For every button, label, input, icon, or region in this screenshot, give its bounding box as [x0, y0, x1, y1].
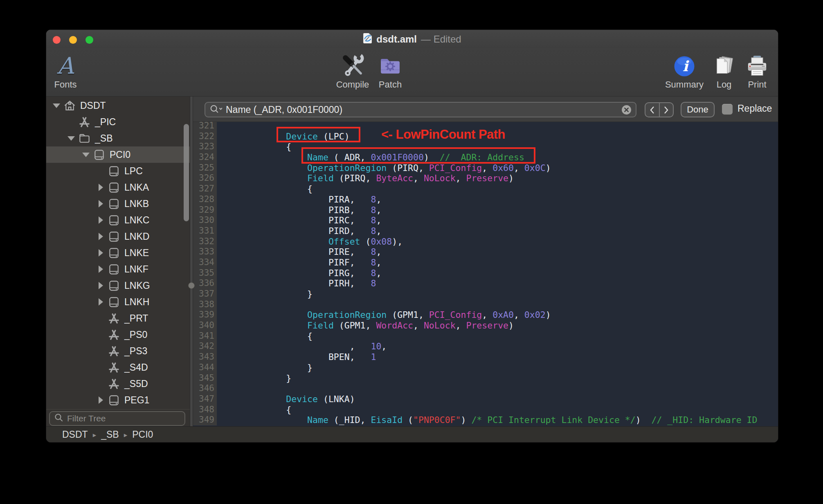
- code-line-341: {: [223, 331, 778, 342]
- code-editor[interactable]: 3213223233243253263273283293303313323333…: [193, 122, 778, 427]
- line-number: 344: [193, 362, 217, 373]
- code-line-342: , 10,: [223, 341, 778, 352]
- line-number: 335: [193, 268, 217, 279]
- tree-item-_s4d[interactable]: _S4D: [46, 359, 190, 376]
- document-icon: [363, 33, 372, 45]
- sidebar-scrollbar-thumb[interactable]: [184, 124, 189, 221]
- disclosure-closed-icon[interactable]: [95, 183, 106, 191]
- breadcrumb-dsdt[interactable]: DSDT: [62, 429, 88, 440]
- maciasl-window: dsdt.aml — Edited A Fonts: [46, 30, 778, 442]
- line-number: 328: [193, 194, 217, 205]
- annotation-box-name-adr: [301, 147, 535, 164]
- code-line-332: Offset (0x08),: [223, 236, 778, 247]
- tree-item-label: LNKD: [124, 231, 149, 242]
- device-icon: [107, 394, 121, 407]
- find-previous-button[interactable]: [645, 103, 660, 117]
- print-button[interactable]: Print: [733, 52, 778, 90]
- device-icon: [107, 181, 121, 194]
- tree-item-lnkc[interactable]: LNKC: [46, 212, 190, 228]
- find-nav-segmented: [645, 102, 674, 117]
- tree-item-label: PCI0: [110, 149, 130, 160]
- search-menu-icon[interactable]: [209, 104, 223, 116]
- disclosure-open-icon[interactable]: [66, 134, 76, 142]
- tree-item-_ps0[interactable]: _PS0: [46, 326, 190, 343]
- method-icon: [107, 377, 121, 390]
- code-line-327: {: [223, 184, 778, 194]
- disclosure-closed-icon[interactable]: [95, 232, 106, 241]
- line-number: 334: [193, 257, 217, 268]
- replace-label: Replace: [738, 103, 772, 114]
- tree-item-_prt[interactable]: _PRT: [46, 310, 190, 326]
- tree-item-lnkb[interactable]: LNKB: [46, 196, 190, 212]
- line-number: 345: [193, 373, 217, 384]
- replace-checkbox[interactable]: [722, 104, 733, 115]
- find-bar: Name (_ADR, 0x001F0000): [193, 97, 778, 122]
- find-input[interactable]: Name (_ADR, 0x001F0000): [205, 102, 636, 117]
- tree-item-label: _SB: [95, 133, 112, 144]
- tree-item-label: LPC: [124, 166, 143, 177]
- clear-search-icon[interactable]: [621, 105, 632, 115]
- device-icon: [107, 263, 121, 276]
- fonts-icon: A: [57, 52, 74, 78]
- splitter-handle-icon[interactable]: [188, 282, 195, 289]
- fonts-button[interactable]: A Fonts: [46, 52, 90, 90]
- status-bar: DSDT ▸ _SB ▸ PCI0: [46, 426, 778, 442]
- disclosure-open-icon[interactable]: [51, 101, 62, 110]
- disclosure-closed-icon[interactable]: [95, 396, 106, 404]
- line-number: 329: [193, 205, 217, 216]
- disclosure-closed-icon[interactable]: [95, 281, 106, 290]
- code-line-328: PIRA, 8,: [223, 194, 778, 205]
- method-icon: [107, 361, 121, 374]
- disclosure-closed-icon[interactable]: [95, 265, 106, 273]
- disclosure-closed-icon[interactable]: [95, 298, 106, 306]
- disclosure-closed-icon[interactable]: [95, 200, 106, 208]
- tree-item-lnkf[interactable]: LNKF: [46, 261, 190, 277]
- tree-item-lpc[interactable]: LPC: [46, 163, 190, 179]
- filter-tree-input[interactable]: Filter Tree: [49, 411, 185, 426]
- line-number: 341: [193, 331, 217, 342]
- tree-item-_ps3[interactable]: _PS3: [46, 343, 190, 359]
- tree-item-_sb[interactable]: _SB: [46, 130, 190, 146]
- window-title: dsdt.aml — Edited: [46, 30, 778, 48]
- code-line-345: }: [223, 373, 778, 384]
- tree-item-lnkg[interactable]: LNKG: [46, 277, 190, 294]
- tree-item-lnke[interactable]: LNKE: [46, 245, 190, 261]
- tree-item-peg1[interactable]: PEG1: [46, 392, 190, 408]
- line-number: 330: [193, 215, 217, 226]
- compile-tools-icon: [340, 52, 365, 78]
- editor-pane: Name (_ADR, 0x001F0000): [193, 97, 778, 427]
- device-icon: [107, 214, 121, 227]
- tree-item-pci0[interactable]: PCI0: [46, 146, 190, 163]
- tree-item-label: _PS3: [124, 346, 147, 357]
- pane-splitter[interactable]: [190, 97, 193, 427]
- find-next-button[interactable]: [660, 103, 673, 117]
- breadcrumb-sb[interactable]: _SB: [101, 429, 119, 440]
- done-button[interactable]: Done: [681, 102, 715, 117]
- acpi-tree: DSDT_PIC_SBPCI0LPCLNKALNKBLNKCLNKDLNKELN…: [46, 97, 190, 408]
- code-line-330: PIRC, 8,: [223, 215, 778, 226]
- tree-item-lnkh[interactable]: LNKH: [46, 294, 190, 310]
- tree-item-dsdt[interactable]: DSDT: [46, 97, 190, 114]
- tree-item-lnka[interactable]: LNKA: [46, 179, 190, 196]
- code-line-325: OperationRegion (PIRQ, PCI_Config, 0x60,…: [223, 163, 778, 173]
- disclosure-open-icon[interactable]: [81, 151, 91, 159]
- document-title: dsdt.aml: [376, 34, 417, 45]
- code-line-337: }: [223, 289, 778, 299]
- title-bar[interactable]: dsdt.aml — Edited: [46, 30, 778, 48]
- disclosure-closed-icon[interactable]: [95, 249, 106, 257]
- device-icon: [107, 246, 121, 259]
- tree-item-_s5d[interactable]: _S5D: [46, 376, 190, 392]
- breadcrumb-pci0[interactable]: PCI0: [132, 429, 153, 440]
- method-icon: [107, 312, 121, 325]
- code-line-334: PIRF, 8,: [223, 257, 778, 268]
- patch-button[interactable]: Patch: [366, 52, 415, 90]
- disclosure-closed-icon[interactable]: [95, 216, 106, 224]
- folder-icon: [77, 132, 91, 145]
- find-query-text: Name (_ADR, 0x001F0000): [226, 104, 621, 115]
- tree-item-label: _PIC: [95, 117, 116, 128]
- search-icon: [54, 413, 64, 424]
- breadcrumb-separator-icon: ▸: [124, 430, 128, 439]
- line-number: 336: [193, 278, 217, 289]
- tree-item-lnkd[interactable]: LNKD: [46, 228, 190, 245]
- tree-item-_pic[interactable]: _PIC: [46, 114, 190, 130]
